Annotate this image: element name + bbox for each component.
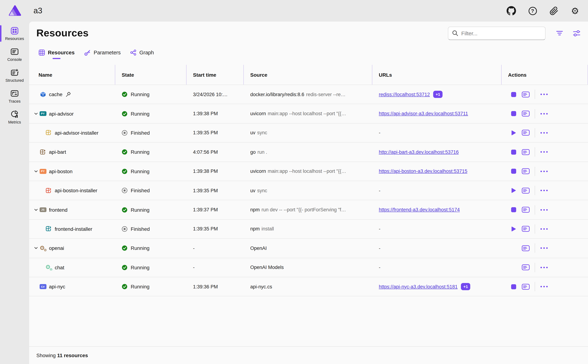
more-actions-button[interactable] <box>540 187 548 194</box>
running-status-icon <box>122 169 128 174</box>
console-logs-button[interactable] <box>521 110 530 117</box>
resource-name-cell: api-bart <box>29 149 115 155</box>
more-actions-button[interactable] <box>540 245 548 252</box>
console-logs-button[interactable] <box>521 149 530 155</box>
table-row[interactable]: ⚙⚙openaiRunning-OpenAI- <box>29 239 588 258</box>
console-logs-button[interactable] <box>521 264 530 271</box>
table-row[interactable]: PYapi-advisorRunning1:39:38 PMuvicornmai… <box>29 104 588 124</box>
resource-name-cell: api-boston-installer <box>29 187 115 194</box>
table-row[interactable]: api-bartRunning4:07:56 PMgorun .http://a… <box>29 143 588 162</box>
help-button[interactable]: ? <box>528 6 538 16</box>
start-button[interactable] <box>510 226 517 232</box>
stop-button[interactable] <box>510 283 517 290</box>
table-row[interactable]: PYapi-bostonRunning1:39:38 PMuvicornmain… <box>29 162 588 181</box>
table-row[interactable]: api-advisor-installerFinished1:39:35 PMu… <box>29 124 588 143</box>
settings-button[interactable]: ⚙ <box>570 6 580 16</box>
expand-chevron[interactable] <box>33 246 39 250</box>
table-row[interactable]: C#api-nycRunning1:39:36 PMapi-nyc.cshttp… <box>29 277 588 297</box>
language-badge-icon: JS <box>39 207 46 212</box>
source-command: go <box>250 150 256 155</box>
urls-cell: http://api-bart-a3.dev.localhost:53716 <box>372 150 502 155</box>
no-url-dash: - <box>379 246 381 251</box>
filter-lines-icon <box>556 29 563 37</box>
table-row[interactable]: api-boston-installerFinished1:39:35 PMuv… <box>29 181 588 200</box>
table-row[interactable]: cacheRunning3/24/2026 10:…docker.io/libr… <box>29 85 588 104</box>
more-actions-button[interactable] <box>540 149 548 155</box>
tab-parameters[interactable]: Parameters <box>84 46 121 59</box>
expand-chevron[interactable] <box>33 208 39 212</box>
start-button[interactable] <box>510 187 517 194</box>
copilot-button[interactable] <box>549 6 559 16</box>
console-logs-icon <box>522 284 530 290</box>
more-actions-button[interactable] <box>540 207 548 213</box>
resources-grid-icon <box>10 26 19 35</box>
sidebar-item-traces[interactable]: Traces <box>0 87 29 105</box>
expand-chevron[interactable] <box>33 111 39 116</box>
github-button[interactable] <box>506 6 516 16</box>
sidebar-item-console[interactable]: Console <box>0 45 29 63</box>
table-row[interactable]: ⚙⚙chatRunning-OpenAI Models- <box>29 258 588 277</box>
more-urls-badge[interactable]: +1 <box>433 91 443 98</box>
resource-type-icon: ⚙⚙ <box>45 264 52 270</box>
state-cell: Finished <box>115 226 187 232</box>
more-actions-button[interactable] <box>540 130 548 136</box>
console-logs-button[interactable] <box>521 207 530 213</box>
stop-button[interactable] <box>510 110 517 117</box>
more-actions-button[interactable] <box>540 110 548 117</box>
table-row[interactable]: JSfrontendRunning1:39:37 PMnpmrun dev --… <box>29 200 588 220</box>
source-cell: api-nyc.cs <box>244 284 372 289</box>
view-options-button[interactable] <box>572 29 581 38</box>
resource-url-link[interactable]: rediss://localhost:53712 <box>379 92 430 97</box>
resource-url-link[interactable]: http://api-bart-a3.dev.localhost:53716 <box>379 150 459 155</box>
more-actions-button[interactable] <box>540 168 548 175</box>
tab-graph[interactable]: Graph <box>130 46 154 59</box>
stop-button[interactable] <box>510 149 517 155</box>
more-actions-button[interactable] <box>540 264 548 271</box>
resource-url-link[interactable]: https://api-boston-a3.dev.localhost:5371… <box>379 169 467 174</box>
footer-count: 11 resources <box>57 352 88 358</box>
resource-name: api-advisor-installer <box>55 130 98 136</box>
stop-button[interactable] <box>510 91 517 98</box>
pin-button[interactable] <box>66 92 71 97</box>
console-logs-button[interactable] <box>521 168 530 175</box>
resource-url-link[interactable]: https://api-advisor-a3.dev.localhost:537… <box>379 111 468 116</box>
stop-icon <box>511 111 516 116</box>
table-row[interactable]: frontend-installerFinished1:39:35 PMnpmi… <box>29 220 588 239</box>
console-logs-button[interactable] <box>521 91 530 98</box>
stop-button[interactable] <box>510 168 517 175</box>
console-logs-button[interactable] <box>521 226 530 232</box>
more-actions-button[interactable] <box>540 91 548 98</box>
source-command: uv <box>250 130 255 136</box>
console-logs-button[interactable] <box>521 187 530 194</box>
column-header-source: Source <box>244 65 372 84</box>
filter-columns-button[interactable] <box>555 29 564 38</box>
more-urls-badge[interactable]: +1 <box>461 283 471 290</box>
resources-table: NameStateStart timeSourceURLsActions cac… <box>29 65 588 297</box>
app-title: a3 <box>33 6 42 15</box>
sidebar-item-metrics[interactable]: Metrics <box>0 108 29 126</box>
sidebar-item-label: Console <box>7 57 22 62</box>
urls-cell: - <box>372 226 502 232</box>
source-cell: gorun . <box>244 150 372 155</box>
sidebar-item-structured[interactable]: Structured <box>0 66 29 84</box>
filter-input[interactable] <box>448 26 545 40</box>
console-logs-button[interactable] <box>521 130 530 136</box>
console-logs-button[interactable] <box>521 245 530 252</box>
tab-label: Resources <box>48 50 75 55</box>
more-actions-button[interactable] <box>540 226 548 232</box>
tab-resources[interactable]: Resources <box>39 46 75 59</box>
finished-status-icon <box>122 188 128 193</box>
actions-cell <box>502 167 588 176</box>
resource-name: api-advisor <box>49 111 74 117</box>
resource-url-link[interactable]: https://api-nyc-a3.dev.localhost:5181 <box>379 284 458 289</box>
more-actions-button[interactable] <box>540 283 548 290</box>
stop-button[interactable] <box>510 207 517 213</box>
console-logs-button[interactable] <box>521 283 530 290</box>
start-button[interactable] <box>510 130 517 136</box>
actions-cell <box>502 147 588 157</box>
sidebar-item-resources[interactable]: Resources <box>0 25 29 42</box>
expand-chevron[interactable] <box>33 169 39 174</box>
source-args: main:app --host localhost --port "{{… <box>268 111 346 116</box>
column-header-actions: Actions <box>502 65 588 84</box>
resource-url-link[interactable]: https://frontend-a3.dev.localhost:5174 <box>379 207 460 212</box>
